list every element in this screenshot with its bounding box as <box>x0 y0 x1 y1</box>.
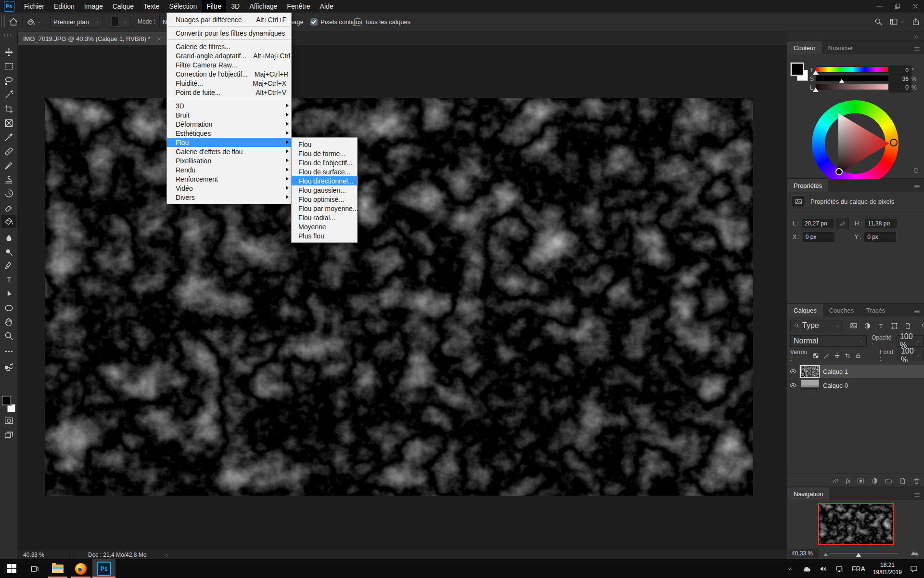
layer-name[interactable]: Calque 0 <box>823 382 848 389</box>
link-dimensions-button[interactable] <box>836 218 849 229</box>
keyboard-language[interactable]: FRA <box>852 565 865 573</box>
slider-L-value[interactable]: 0 <box>889 83 911 92</box>
tous-les-calques-option[interactable]: Tous les calques <box>354 18 411 26</box>
navigator-thumbnail[interactable] <box>818 503 894 545</box>
tool-path-select[interactable] <box>1 288 16 301</box>
document-image[interactable] <box>45 98 753 496</box>
menu-item[interactable]: Galerie d'effets de flou <box>167 147 291 156</box>
menu-item[interactable]: Rendu <box>167 165 291 174</box>
crop-icon[interactable] <box>845 353 851 359</box>
slider-T[interactable] <box>816 66 889 73</box>
options-bar-grip[interactable] <box>1 15 5 28</box>
foreground-color-swatch[interactable] <box>791 63 804 76</box>
submenu-item[interactable]: Flou optimisé... <box>292 195 357 204</box>
blend-mode-select[interactable]: Normal <box>790 335 867 347</box>
tab-nuancier[interactable]: Nuancier <box>822 41 860 54</box>
layer-filter-select[interactable]: Type <box>790 320 843 331</box>
file-explorer-button[interactable] <box>46 559 69 578</box>
tab-navigation[interactable]: Navigation <box>787 487 829 500</box>
search-icon[interactable] <box>874 17 883 26</box>
layer-row[interactable]: Calque 0 <box>787 379 924 392</box>
toolbar-grip[interactable] <box>4 34 13 37</box>
task-view-button[interactable] <box>23 559 46 578</box>
tool-lasso[interactable] <box>1 74 16 87</box>
tool-quick-mask[interactable] <box>1 414 16 427</box>
tool-pen[interactable] <box>1 260 16 273</box>
slider-L[interactable] <box>816 84 889 90</box>
submenu-item[interactable]: Flou <box>292 140 357 149</box>
mask-icon[interactable] <box>857 477 864 485</box>
layer-visibility-toggle[interactable] <box>787 381 799 389</box>
menu-Fenêtre[interactable]: Fenêtre <box>282 0 315 13</box>
tool-stamp[interactable] <box>1 173 16 186</box>
tool-marquee[interactable] <box>1 60 16 73</box>
zoom-slider-thumb[interactable] <box>856 553 861 557</box>
menu-item[interactable]: Filtre Camera Raw... <box>167 60 291 69</box>
chevron-down-icon[interactable] <box>37 18 41 26</box>
navigator-zoom-field[interactable]: 40,33 % <box>789 549 819 558</box>
photoshop-button[interactable]: Ps <box>92 559 116 578</box>
half-circle-icon[interactable] <box>871 477 878 485</box>
foreground-background-swatches[interactable] <box>2 396 15 412</box>
zoom-out-icon[interactable] <box>823 549 830 558</box>
menu-item[interactable]: Divers <box>167 193 291 202</box>
slider-L-thumb[interactable] <box>813 88 819 92</box>
chain-icon[interactable] <box>832 477 839 485</box>
half-circle-icon[interactable] <box>864 322 871 329</box>
menu-item[interactable]: Pixellisation <box>167 156 291 165</box>
tab-couleur[interactable]: Couleur <box>787 41 822 54</box>
start-button[interactable] <box>0 559 23 578</box>
fill-source-select[interactable]: Premier plan <box>50 16 103 27</box>
tool-hand[interactable] <box>1 315 16 328</box>
submenu-item[interactable]: Moyenne <box>292 222 357 231</box>
move-icon[interactable] <box>834 353 840 359</box>
home-button[interactable] <box>9 17 18 26</box>
pin-icon[interactable] <box>921 322 924 329</box>
folder-icon[interactable] <box>885 477 892 485</box>
tool-history-brush[interactable] <box>1 187 16 200</box>
background-color-swatch[interactable] <box>7 404 15 412</box>
tab-traces[interactable]: Tracés <box>860 304 891 316</box>
shade-cursor[interactable] <box>835 168 843 175</box>
tray-expand-icon[interactable] <box>787 565 794 572</box>
network-icon[interactable] <box>835 564 844 573</box>
action-center-icon[interactable] <box>910 564 918 573</box>
submenu-item[interactable]: Flou de l'objectif... <box>292 158 357 167</box>
close-tab-icon[interactable] <box>156 35 162 42</box>
tool-brush[interactable] <box>1 159 16 172</box>
panel-menu-icon[interactable] <box>914 183 920 190</box>
submenu-item[interactable]: Flou radial... <box>292 213 357 222</box>
submenu-item[interactable]: Plus flou <box>292 231 357 240</box>
panel-menu-icon[interactable] <box>914 491 920 498</box>
foreground-color-swatch[interactable] <box>2 396 11 405</box>
menu-item[interactable]: Galerie de filtres... <box>167 42 291 51</box>
layer-thumbnail[interactable] <box>801 380 819 391</box>
fill-select[interactable]: 100 % <box>898 350 924 361</box>
menu-item[interactable]: Convertir pour les filtres dynamiques <box>167 28 291 38</box>
frame-sel-icon[interactable] <box>891 322 898 329</box>
status-zoom-field[interactable]: 40,33 % <box>17 552 64 558</box>
tab-proprietes[interactable]: Propriétés <box>787 179 828 192</box>
image-thumb-icon[interactable] <box>850 322 858 329</box>
layer-name[interactable]: Calque 1 <box>823 368 848 375</box>
menu-item[interactable]: Correction de l'objectif...Maj+Ctrl+R <box>167 69 291 79</box>
tool-blur[interactable] <box>1 232 16 245</box>
menu-Affichage[interactable]: Affichage <box>244 0 282 13</box>
submenu-item[interactable]: Flou gaussien... <box>292 185 357 195</box>
tool-ellipsis[interactable] <box>1 345 16 358</box>
width-field[interactable]: 20,27 po <box>802 219 834 228</box>
document-tab[interactable]: IMG_7019.JPG @ 40,3% (Calque 1, RVB/8) * <box>18 32 167 45</box>
menu-3D[interactable]: 3D <box>226 0 244 13</box>
menu-item[interactable]: Esthétiques <box>167 129 291 138</box>
collapse-dock-icon[interactable] <box>913 32 919 41</box>
pixels-contigus-checkbox[interactable] <box>310 18 318 26</box>
zoom-in-icon[interactable] <box>911 548 919 557</box>
submenu-item[interactable]: Flou de forme... <box>292 149 357 158</box>
type-filter-icon[interactable]: T <box>877 322 885 329</box>
tool-zoom[interactable] <box>1 329 16 342</box>
menu-item[interactable]: Bruit <box>167 110 291 119</box>
restore-button[interactable] <box>888 0 906 13</box>
menu-item[interactable]: Flou <box>167 138 291 147</box>
menu-Sélection[interactable]: Sélection <box>165 0 202 13</box>
tool-healing[interactable] <box>1 145 16 158</box>
